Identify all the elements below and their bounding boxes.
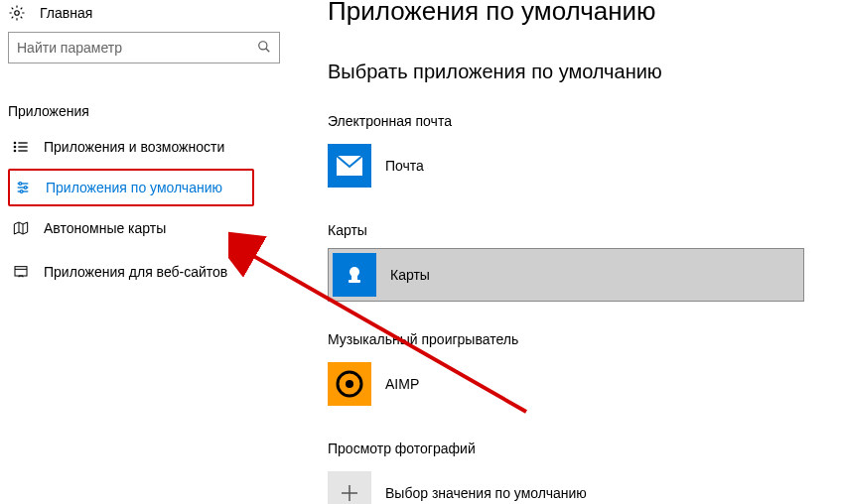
main-content: Приложения по умолчанию Выбрать приложен… <box>298 0 841 504</box>
default-app-music[interactable]: AIMP <box>328 357 821 411</box>
sidebar-item-label: Автономные карты <box>44 220 166 236</box>
svg-marker-15 <box>14 222 27 234</box>
website-icon <box>12 263 30 281</box>
svg-point-13 <box>24 187 27 189</box>
svg-point-6 <box>14 142 15 143</box>
svg-point-0 <box>15 11 20 16</box>
maps-app-icon <box>333 253 376 297</box>
page-subtitle: Выбрать приложения по умолчанию <box>328 61 821 83</box>
svg-point-21 <box>350 267 359 277</box>
default-app-email[interactable]: Почта <box>328 139 821 192</box>
sidebar-home-label: Главная <box>40 5 92 21</box>
svg-point-1 <box>259 41 267 49</box>
default-app-photos[interactable]: Выбор значения по умолчанию <box>328 466 821 504</box>
app-name: Карты <box>390 267 430 283</box>
gear-icon <box>8 4 26 22</box>
app-name: Выбор значения по умолчанию <box>385 485 587 501</box>
category-label-music: Музыкальный проигрыватель <box>328 331 821 347</box>
sidebar-item-label: Приложения и возможности <box>44 139 224 155</box>
list-icon <box>12 138 30 156</box>
search-icon <box>257 40 271 57</box>
aimp-icon <box>328 362 371 406</box>
category-label-email: Электронная почта <box>328 113 821 129</box>
svg-point-25 <box>346 380 353 388</box>
sidebar-item-default-apps[interactable]: Приложения по умолчанию <box>8 169 254 206</box>
sidebar-section-label: Приложения <box>8 103 298 119</box>
search-placeholder: Найти параметр <box>17 40 257 56</box>
svg-point-12 <box>19 183 22 186</box>
category-label-photos: Просмотр фотографий <box>328 441 821 456</box>
app-name: Почта <box>385 158 424 174</box>
page-title: Приложения по умолчанию <box>328 0 821 27</box>
plus-icon <box>328 471 371 504</box>
svg-point-14 <box>20 190 23 193</box>
category-label-maps: Карты <box>328 222 821 238</box>
app-name: AIMP <box>385 376 419 392</box>
map-icon <box>12 219 30 237</box>
svg-rect-22 <box>351 276 357 280</box>
sidebar-item-offline-maps[interactable]: Автономные карты <box>8 206 298 250</box>
mail-icon <box>328 144 371 188</box>
sidebar-item-label: Приложения для веб-сайтов <box>44 264 227 280</box>
svg-point-8 <box>14 150 15 151</box>
default-app-maps[interactable]: Карты <box>328 248 804 302</box>
sidebar-item-label: Приложения по умолчанию <box>46 180 222 195</box>
svg-point-7 <box>14 146 15 147</box>
sidebar-item-web-apps[interactable]: Приложения для веб-сайтов <box>8 250 298 294</box>
svg-line-2 <box>266 48 270 52</box>
sidebar: Главная Найти параметр Приложения Прилож… <box>0 0 298 504</box>
defaults-icon <box>14 179 32 196</box>
svg-rect-23 <box>349 280 360 283</box>
sidebar-item-home[interactable]: Главная <box>8 0 298 32</box>
search-input[interactable]: Найти параметр <box>8 32 280 63</box>
sidebar-item-apps-features[interactable]: Приложения и возможности <box>8 125 298 169</box>
svg-rect-18 <box>15 267 27 276</box>
